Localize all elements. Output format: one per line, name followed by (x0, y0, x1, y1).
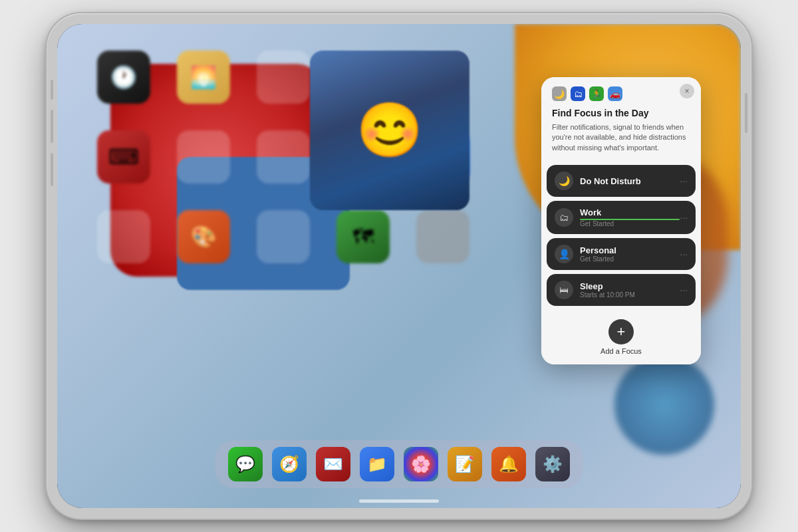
sleep-sublabel: Starts at 10:00 PM (580, 291, 680, 299)
dock-icon-photos[interactable]: 🌸 (404, 447, 438, 481)
focus-item-work[interactable]: 🗂 Work Get Started ··· (547, 201, 696, 234)
popup-description: Filter notifications, signal to friends … (552, 122, 690, 153)
home-indicator (359, 499, 439, 503)
dock-icon-notes[interactable]: 📝 (448, 447, 482, 481)
sleep-text: Sleep Starts at 10:00 PM (580, 281, 680, 299)
add-focus-button[interactable]: + Add a Focus (541, 311, 701, 364)
focus-item-do-not-disturb[interactable]: 🌙 Do Not Disturb ··· (547, 165, 696, 197)
work-text: Work Get Started (580, 207, 680, 227)
do-not-disturb-label: Do Not Disturb (580, 176, 680, 186)
dock-icon-messages[interactable]: 💬 (228, 447, 263, 481)
add-focus-label: Add a Focus (600, 347, 642, 355)
popup-header: 🌙 🗂 🏃 🚗 × Find Focus in the Day Filter n… (541, 77, 701, 160)
mute-button (51, 80, 53, 100)
focus-mode-car-icon: 🚗 (608, 86, 622, 101)
do-not-disturb-text: Do Not Disturb (580, 176, 680, 186)
personal-sublabel: Get Started (580, 255, 680, 263)
dock-icon-settings[interactable]: ⚙️ (535, 447, 570, 481)
app-icon-terminal: ⌨ (97, 130, 150, 184)
app-icon-empty4 (177, 130, 230, 184)
app-icon-empty5 (257, 130, 310, 184)
dock-icon-files[interactable]: 📁 (360, 447, 394, 481)
personal-more[interactable]: ··· (680, 249, 688, 259)
focus-mode-moon-icon: 🌙 (552, 86, 567, 101)
focus-options-list: 🌙 Do Not Disturb ··· 🗂 Work Get Started … (541, 160, 701, 311)
sleep-label: Sleep (580, 281, 680, 291)
app-icon-clock: 🕐 (97, 51, 150, 104)
focus-mode-running-icon: 🏃 (589, 86, 604, 101)
do-not-disturb-more[interactable]: ··· (680, 176, 688, 186)
popup-icons-row: 🌙 🗂 🏃 🚗 (552, 86, 690, 101)
app-icon-empty6 (97, 210, 150, 263)
focus-item-personal[interactable]: 👤 Personal Get Started ··· (547, 238, 696, 270)
work-label: Work (580, 207, 680, 220)
photo-widget: 😊 (310, 51, 469, 210)
focus-item-sleep[interactable]: 🛏 Sleep Starts at 10:00 PM ··· (547, 274, 696, 306)
personal-icon: 👤 (555, 245, 573, 263)
app-icon-maps: 🗺 (336, 210, 390, 263)
app-icon-empty1 (257, 51, 310, 104)
volume-up-button (51, 110, 53, 143)
personal-label: Personal (580, 245, 680, 255)
app-icon-gray (416, 210, 469, 263)
popup-title: Find Focus in the Day (552, 108, 690, 118)
work-icon: 🗂 (555, 208, 573, 227)
work-sublabel: Get Started (580, 220, 680, 227)
focus-mode-briefcase-icon: 🗂 (571, 86, 585, 101)
app-icon-photos: 🌅 (177, 51, 230, 104)
app-icon-colorwheel: 🎨 (177, 210, 230, 263)
volume-down-button (51, 153, 53, 186)
wallpaper-blob-teal (614, 355, 714, 455)
dock-icon-reminders[interactable]: 🔔 (491, 447, 526, 481)
device-screen: 🕐 🌅 ⌨ 💬 📁 🎨 🗺 😊 💬 🧭 ✉️ 📁 🌸 (57, 24, 741, 508)
power-button (745, 93, 747, 133)
personal-text: Personal Get Started (580, 245, 680, 263)
dock: 💬 🧭 ✉️ 📁 🌸 📝 🔔 ⚙️ (215, 440, 583, 488)
add-focus-icon: + (608, 319, 634, 344)
sleep-more[interactable]: ··· (680, 285, 688, 295)
work-more[interactable]: ··· (680, 212, 688, 223)
dock-icon-safari[interactable]: 🧭 (272, 447, 307, 481)
sleep-icon: 🛏 (555, 281, 573, 299)
ipad-device: 🕐 🌅 ⌨ 💬 📁 🎨 🗺 😊 💬 🧭 ✉️ 📁 🌸 (47, 13, 751, 519)
dock-icon-mail[interactable]: ✉️ (316, 447, 350, 481)
app-icon-empty7 (257, 210, 310, 263)
popup-close-button[interactable]: × (680, 84, 694, 98)
focus-popup: 🌙 🗂 🏃 🚗 × Find Focus in the Day Filter n… (541, 77, 701, 364)
do-not-disturb-icon: 🌙 (555, 172, 573, 190)
person-photo: 😊 (310, 51, 469, 210)
